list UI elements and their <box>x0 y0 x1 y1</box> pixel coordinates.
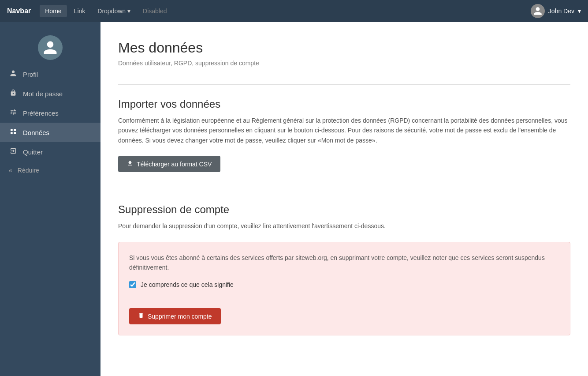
navbar-user[interactable]: John Dev ▾ <box>531 4 581 18</box>
sidebar-item-label-profil: Profil <box>23 71 38 78</box>
download-csv-label: Télécharger au format CSV <box>137 161 212 168</box>
delete-section: Suppression de compte Pour demander la s… <box>118 203 570 335</box>
import-section-title: Importer vos données <box>118 98 570 110</box>
sidebar-item-preferences[interactable]: Préférences <box>0 103 100 123</box>
sidebar-item-profil[interactable]: Profil <box>0 64 100 84</box>
sidebar-item-password[interactable]: Mot de passe <box>0 84 100 103</box>
warning-text: Si vous vous êtes abonné à certains des … <box>129 253 559 273</box>
warning-box: Si vous vous êtes abonné à certains des … <box>118 242 570 336</box>
navbar-link-disabled: Disabled <box>138 5 172 17</box>
page-subtitle: Données utilisateur, RGPD, suppression d… <box>118 60 570 67</box>
understand-checkbox-row: Je comprends ce que cela signifie <box>129 281 559 288</box>
avatar <box>38 35 63 60</box>
user-avatar-icon <box>531 4 545 18</box>
sidebar-collapse[interactable]: « Réduire <box>0 162 100 179</box>
delete-section-title: Suppression de compte <box>118 203 570 216</box>
understand-checkbox[interactable] <box>129 281 136 288</box>
import-section-description: Conformément à la législation européenne… <box>118 116 570 145</box>
navbar-links: Home Link Dropdown Disabled <box>40 5 531 17</box>
main-content: Mes données Données utilisateur, RGPD, s… <box>100 22 588 376</box>
download-csv-button[interactable]: Télécharger au format CSV <box>118 156 220 172</box>
sidebar-item-label-quitter: Quitter <box>23 148 43 156</box>
import-section: Importer vos données Conformément à la l… <box>118 98 570 172</box>
navbar-user-caret: ▾ <box>578 8 581 15</box>
sidebar-item-donnees[interactable]: Données <box>0 123 100 142</box>
sidebar-collapse-label: Réduire <box>18 167 39 174</box>
navbar: Navbar Home Link Dropdown Disabled John … <box>0 0 588 22</box>
sidebar-item-label-preferences: Préférences <box>23 109 59 117</box>
navbar-link-dropdown[interactable]: Dropdown <box>92 5 136 17</box>
navbar-username: John Dev <box>548 8 574 15</box>
delete-section-description: Pour demander la suppression d'un compte… <box>118 221 570 231</box>
grid-icon <box>9 128 18 137</box>
delete-account-button[interactable]: Supprimer mon compte <box>129 308 221 324</box>
person-icon <box>9 70 18 79</box>
navbar-link-home[interactable]: Home <box>40 5 67 17</box>
navbar-brand[interactable]: Navbar <box>7 7 31 15</box>
delete-account-label: Supprimer mon compte <box>148 313 212 320</box>
collapse-arrow-icon: « <box>9 167 12 174</box>
sidebar-item-quitter[interactable]: Quitter <box>0 142 100 162</box>
trash-icon <box>138 312 144 320</box>
sidebar-avatar <box>0 26 100 64</box>
lock-icon <box>9 89 18 98</box>
sliders-icon <box>9 109 18 117</box>
divider-2 <box>118 190 570 190</box>
layout: Profil Mot de passe Préférences Données <box>0 22 588 376</box>
understand-checkbox-label: Je comprends ce que cela signifie <box>141 281 234 288</box>
sidebar: Profil Mot de passe Préférences Données <box>0 22 100 376</box>
sidebar-item-label-password: Mot de passe <box>23 90 63 98</box>
page-title: Mes données <box>118 40 570 56</box>
warning-divider <box>129 299 559 299</box>
sidebar-item-label-donnees: Données <box>23 129 49 136</box>
download-icon <box>127 160 133 168</box>
navbar-link-link[interactable]: Link <box>69 5 91 17</box>
signout-icon <box>9 147 18 156</box>
divider-1 <box>118 84 570 85</box>
